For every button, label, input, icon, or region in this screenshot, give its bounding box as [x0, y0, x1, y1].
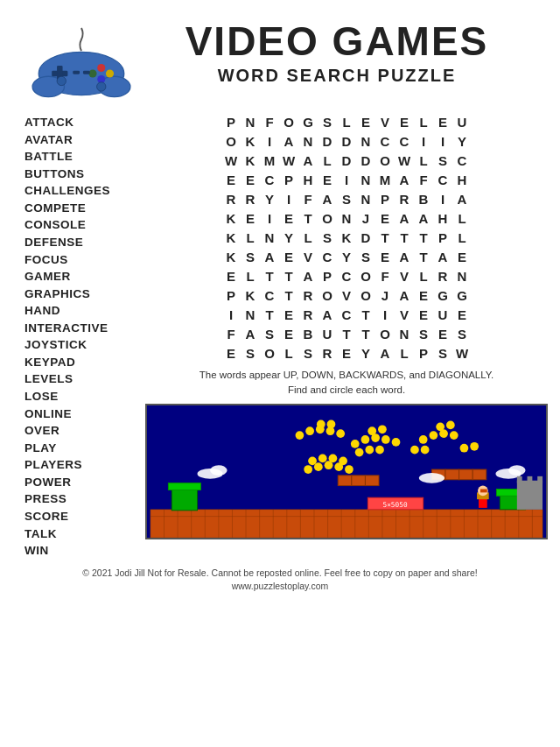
grid-cell: E	[279, 247, 298, 266]
word-list-item: HAND	[24, 302, 138, 320]
svg-rect-56	[472, 469, 486, 480]
svg-point-22	[361, 435, 370, 444]
grid-cell: E	[279, 305, 298, 324]
word-list-item: SCORE	[24, 508, 138, 525]
grid-cell: H	[433, 208, 452, 228]
grid-cell: E	[395, 112, 414, 131]
svg-point-24	[382, 435, 390, 444]
svg-point-12	[97, 82, 106, 91]
grid-cell: A	[260, 247, 279, 266]
grid-cell: A	[241, 324, 260, 343]
grid-cell: R	[318, 343, 337, 363]
grid-cell: I	[375, 305, 395, 324]
svg-rect-50	[338, 475, 352, 485]
grid-row: RRYIFASNPRBIA	[221, 189, 472, 208]
grid-cell: E	[241, 170, 260, 189]
grid-cell: N	[241, 305, 260, 324]
grid-cell: D	[337, 131, 356, 151]
grid-cell: A	[395, 208, 414, 228]
grid-cell: L	[279, 343, 298, 363]
grid-cell: C	[337, 266, 356, 285]
grid-cell: I	[221, 305, 241, 324]
grid-cell: Y	[452, 131, 472, 151]
grid-cell: A	[452, 189, 472, 208]
word-list-item: COMPETE	[24, 200, 138, 217]
grid-cell: P	[279, 170, 298, 189]
grid-cell: M	[375, 170, 395, 189]
grid-cell: T	[414, 228, 433, 247]
grid-cell: T	[279, 285, 298, 305]
svg-rect-10	[83, 71, 90, 74]
svg-point-42	[318, 454, 327, 462]
grid-cell: N	[356, 131, 375, 151]
grid-row: PNFOGSLEVELEU	[221, 112, 472, 131]
word-list-item: PLAY	[24, 440, 138, 457]
word-list-item: JOYSTICK	[24, 336, 138, 354]
svg-point-59	[419, 472, 444, 483]
grid-cell: M	[260, 151, 279, 170]
grid-cell: O	[279, 112, 298, 131]
grid-cell: T	[375, 228, 395, 247]
grid-cell: L	[452, 208, 472, 228]
grid-cell: U	[452, 112, 472, 131]
grid-cell: H	[452, 170, 472, 189]
svg-point-40	[470, 441, 479, 450]
grid-row: INTERACTIVEUE	[221, 305, 472, 324]
grid-cell: O	[375, 324, 395, 343]
svg-rect-102	[517, 480, 542, 509]
grid-cell: I	[433, 189, 452, 208]
grid-cell: E	[279, 208, 298, 228]
svg-point-18	[336, 429, 345, 438]
grid-cell: R	[395, 189, 414, 208]
svg-point-39	[460, 443, 469, 452]
svg-point-32	[429, 431, 438, 440]
svg-point-47	[325, 461, 333, 469]
grid-row: ELTTAPCOFVLRN	[221, 266, 472, 285]
grid-cell: R	[298, 285, 318, 305]
svg-point-11	[57, 76, 66, 85]
word-list-item: FOCUS	[24, 251, 138, 269]
word-list-item: DEFENSE	[24, 234, 138, 251]
grid-cell: I	[260, 208, 279, 228]
grid-cell: U	[318, 324, 337, 343]
grid-cell: E	[241, 208, 260, 228]
svg-rect-62	[150, 509, 542, 537]
svg-point-19	[317, 419, 326, 428]
word-list-item: GAMER	[24, 268, 138, 285]
svg-point-21	[351, 439, 360, 447]
svg-rect-93	[168, 483, 200, 490]
grid-cell: L	[395, 343, 414, 363]
grid-cell: K	[241, 131, 260, 151]
grid-cell: S	[260, 324, 279, 343]
grid-cell: T	[260, 266, 279, 285]
grid-cell: V	[395, 305, 414, 324]
svg-rect-103	[517, 476, 522, 483]
grid-cell: C	[395, 131, 414, 151]
grid-cell: P	[375, 189, 395, 208]
grid-cell: A	[414, 208, 433, 228]
grid-cell: E	[221, 343, 241, 363]
header-row: VIDEO GAMES WORD SEARCH PUZZLE	[24, 16, 536, 105]
grid-cell: A	[298, 151, 318, 170]
grid-cell: N	[241, 112, 260, 131]
grid-cell: A	[395, 285, 414, 305]
grid-cell: T	[260, 305, 279, 324]
grid-cell: H	[298, 170, 318, 189]
grid-cell: S	[414, 324, 433, 343]
grid-cell: E	[452, 247, 472, 266]
word-search-grid: PNFOGSLEVELEUOKIANDDNCCIIYWKMWALDDOWLSCE…	[221, 112, 472, 363]
content-row: ATTACKAVATARBATTLEBUTTONSCHALLENGESCOMPE…	[24, 112, 536, 560]
grid-cell: J	[356, 208, 375, 228]
svg-point-34	[450, 431, 458, 440]
grid-row: FASEBUTTONSES	[221, 324, 472, 343]
grid-cell: Y	[356, 343, 375, 363]
grid-cell: E	[414, 305, 433, 324]
grid-cell: S	[452, 324, 472, 343]
footer: © 2021 Jodi Jill Not for Resale. Cannot …	[24, 567, 536, 595]
instructions: The words appear UP, DOWN, BACKWARDS, an…	[200, 368, 494, 398]
grid-cell: A	[433, 247, 452, 266]
grid-cell: L	[318, 151, 337, 170]
grid-cell: R	[298, 305, 318, 324]
grid-cell: C	[452, 151, 472, 170]
grid-cell: P	[318, 266, 337, 285]
